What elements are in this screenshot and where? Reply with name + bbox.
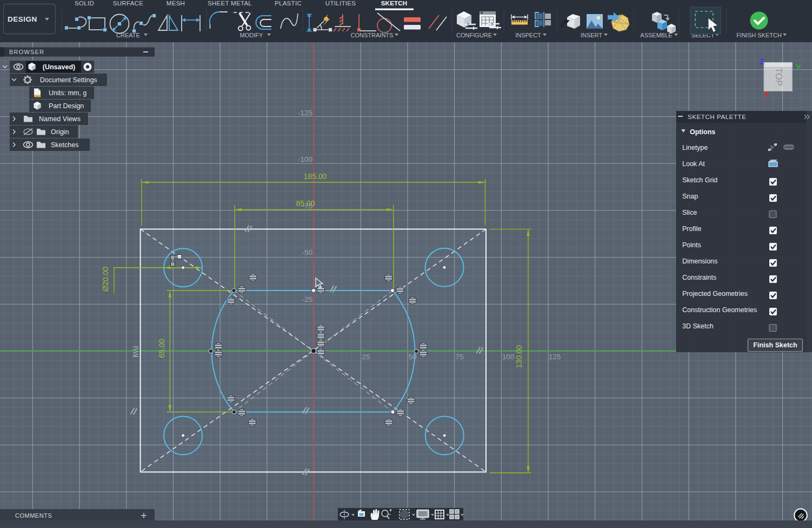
svg-text:Z: Z (759, 57, 764, 66)
svg-text:-100: -100 (298, 155, 312, 163)
svg-text:Snap: Snap (682, 193, 698, 200)
svg-text:COMMENTS: COMMENTS (15, 512, 52, 519)
svg-text:TOP: TOP (774, 68, 784, 87)
svg-text:FINISH SKETCH: FINISH SKETCH (736, 32, 782, 38)
svg-text:Constraints: Constraints (682, 274, 716, 281)
svg-text:Origin: Origin (51, 128, 69, 136)
svg-text:SKETCH: SKETCH (381, 0, 407, 6)
svg-text:-125: -125 (298, 109, 312, 117)
svg-text:75: 75 (455, 353, 463, 361)
svg-text:Sketch Grid: Sketch Grid (682, 176, 717, 184)
svg-text:Linetype: Linetype (682, 144, 708, 151)
svg-text:Profile: Profile (682, 225, 701, 233)
svg-text:Points: Points (682, 241, 701, 249)
svg-text:130.00: 130.00 (515, 345, 523, 368)
svg-text:MODIFY: MODIFY (240, 32, 263, 38)
svg-text:3D Sketch: 3D Sketch (682, 322, 714, 330)
svg-text:65.00: 65.00 (157, 339, 166, 358)
svg-text:Document Settings: Document Settings (40, 76, 97, 84)
svg-text:MESH: MESH (167, 0, 185, 6)
svg-text:Sketches: Sketches (51, 141, 78, 149)
svg-text:Projected Geometries: Projected Geometries (682, 290, 748, 298)
svg-text:100: 100 (502, 353, 515, 361)
svg-text:SHEET METAL: SHEET METAL (208, 0, 252, 6)
svg-text:Ø20.00: Ø20.00 (101, 267, 110, 292)
svg-text:Y: Y (796, 62, 801, 71)
svg-text:85.00: 85.00 (296, 199, 315, 208)
svg-text:50: 50 (408, 353, 416, 361)
svg-text:INSERT: INSERT (581, 32, 602, 38)
svg-text:Construction Geometries: Construction Geometries (682, 306, 757, 314)
svg-text:CONSTRAINTS: CONSTRAINTS (351, 32, 394, 38)
svg-text:25: 25 (362, 353, 370, 361)
svg-text:BROWSER: BROWSER (9, 49, 44, 55)
svg-text:ASSEMBLE: ASSEMBLE (640, 32, 672, 38)
svg-text:UTILITIES: UTILITIES (325, 0, 356, 6)
svg-text:-50: -50 (302, 248, 312, 256)
svg-text:-25: -25 (302, 295, 312, 303)
svg-text:PLASTIC: PLASTIC (275, 0, 302, 6)
svg-text:185.00: 185.00 (304, 172, 327, 181)
svg-text:Units: mm, g: Units: mm, g (49, 89, 86, 97)
svg-text:INSPECT: INSPECT (515, 32, 541, 38)
svg-text:SKETCH PALETTE: SKETCH PALETTE (688, 114, 747, 120)
svg-text:Named Views: Named Views (39, 115, 81, 123)
svg-text:Options: Options (690, 128, 715, 136)
svg-text:Part Design: Part Design (49, 102, 84, 110)
svg-text:(Unsaved): (Unsaved) (43, 63, 75, 71)
svg-text:Dimensions: Dimensions (682, 258, 717, 265)
svg-text:Slice: Slice (682, 209, 697, 216)
svg-text:Look At: Look At (682, 160, 705, 168)
svg-text:Finish Sketch: Finish Sketch (753, 341, 797, 349)
svg-text:CONFIGURE: CONFIGURE (456, 32, 492, 38)
svg-text:125: 125 (549, 353, 561, 361)
